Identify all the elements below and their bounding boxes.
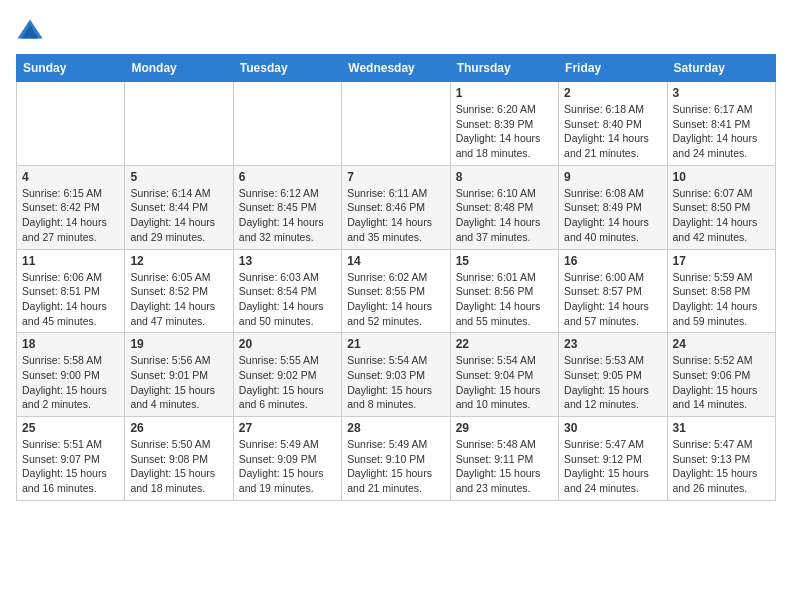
day-info: Sunrise: 5:47 AMSunset: 9:12 PMDaylight:…: [564, 437, 661, 496]
calendar-cell: 13Sunrise: 6:03 AMSunset: 8:54 PMDayligh…: [233, 249, 341, 333]
day-info: Sunrise: 6:07 AMSunset: 8:50 PMDaylight:…: [673, 186, 770, 245]
day-number: 1: [456, 86, 553, 100]
day-info: Sunrise: 5:50 AMSunset: 9:08 PMDaylight:…: [130, 437, 227, 496]
day-info: Sunrise: 5:49 AMSunset: 9:09 PMDaylight:…: [239, 437, 336, 496]
calendar-cell: 17Sunrise: 5:59 AMSunset: 8:58 PMDayligh…: [667, 249, 775, 333]
day-info: Sunrise: 6:18 AMSunset: 8:40 PMDaylight:…: [564, 102, 661, 161]
calendar-cell: 22Sunrise: 5:54 AMSunset: 9:04 PMDayligh…: [450, 333, 558, 417]
calendar-week-3: 11Sunrise: 6:06 AMSunset: 8:51 PMDayligh…: [17, 249, 776, 333]
day-number: 26: [130, 421, 227, 435]
calendar-cell: 2Sunrise: 6:18 AMSunset: 8:40 PMDaylight…: [559, 82, 667, 166]
day-number: 14: [347, 254, 444, 268]
day-number: 11: [22, 254, 119, 268]
day-number: 18: [22, 337, 119, 351]
day-number: 5: [130, 170, 227, 184]
day-info: Sunrise: 6:20 AMSunset: 8:39 PMDaylight:…: [456, 102, 553, 161]
day-number: 13: [239, 254, 336, 268]
day-number: 25: [22, 421, 119, 435]
logo: [16, 16, 48, 44]
calendar-cell: [125, 82, 233, 166]
weekday-header-monday: Monday: [125, 55, 233, 82]
calendar-week-5: 25Sunrise: 5:51 AMSunset: 9:07 PMDayligh…: [17, 417, 776, 501]
weekday-header-wednesday: Wednesday: [342, 55, 450, 82]
day-number: 16: [564, 254, 661, 268]
day-number: 31: [673, 421, 770, 435]
day-number: 20: [239, 337, 336, 351]
calendar-cell: 23Sunrise: 5:53 AMSunset: 9:05 PMDayligh…: [559, 333, 667, 417]
day-info: Sunrise: 6:05 AMSunset: 8:52 PMDaylight:…: [130, 270, 227, 329]
day-info: Sunrise: 6:00 AMSunset: 8:57 PMDaylight:…: [564, 270, 661, 329]
weekday-header-tuesday: Tuesday: [233, 55, 341, 82]
calendar-cell: 4Sunrise: 6:15 AMSunset: 8:42 PMDaylight…: [17, 165, 125, 249]
day-info: Sunrise: 6:14 AMSunset: 8:44 PMDaylight:…: [130, 186, 227, 245]
calendar-cell: 29Sunrise: 5:48 AMSunset: 9:11 PMDayligh…: [450, 417, 558, 501]
calendar-cell: 16Sunrise: 6:00 AMSunset: 8:57 PMDayligh…: [559, 249, 667, 333]
calendar-cell: [233, 82, 341, 166]
day-number: 27: [239, 421, 336, 435]
day-info: Sunrise: 5:54 AMSunset: 9:04 PMDaylight:…: [456, 353, 553, 412]
day-number: 24: [673, 337, 770, 351]
day-number: 2: [564, 86, 661, 100]
calendar-cell: 15Sunrise: 6:01 AMSunset: 8:56 PMDayligh…: [450, 249, 558, 333]
day-number: 19: [130, 337, 227, 351]
calendar-cell: [17, 82, 125, 166]
weekday-row: SundayMondayTuesdayWednesdayThursdayFrid…: [17, 55, 776, 82]
weekday-header-sunday: Sunday: [17, 55, 125, 82]
calendar-cell: 20Sunrise: 5:55 AMSunset: 9:02 PMDayligh…: [233, 333, 341, 417]
day-number: 8: [456, 170, 553, 184]
calendar-cell: 5Sunrise: 6:14 AMSunset: 8:44 PMDaylight…: [125, 165, 233, 249]
day-info: Sunrise: 5:51 AMSunset: 9:07 PMDaylight:…: [22, 437, 119, 496]
calendar-cell: 26Sunrise: 5:50 AMSunset: 9:08 PMDayligh…: [125, 417, 233, 501]
day-number: 15: [456, 254, 553, 268]
calendar-cell: 14Sunrise: 6:02 AMSunset: 8:55 PMDayligh…: [342, 249, 450, 333]
day-info: Sunrise: 5:47 AMSunset: 9:13 PMDaylight:…: [673, 437, 770, 496]
calendar-cell: 11Sunrise: 6:06 AMSunset: 8:51 PMDayligh…: [17, 249, 125, 333]
calendar-cell: 24Sunrise: 5:52 AMSunset: 9:06 PMDayligh…: [667, 333, 775, 417]
day-info: Sunrise: 5:56 AMSunset: 9:01 PMDaylight:…: [130, 353, 227, 412]
day-number: 10: [673, 170, 770, 184]
day-info: Sunrise: 6:02 AMSunset: 8:55 PMDaylight:…: [347, 270, 444, 329]
calendar-cell: 31Sunrise: 5:47 AMSunset: 9:13 PMDayligh…: [667, 417, 775, 501]
page-header: [16, 16, 776, 44]
calendar-cell: 18Sunrise: 5:58 AMSunset: 9:00 PMDayligh…: [17, 333, 125, 417]
day-number: 3: [673, 86, 770, 100]
day-info: Sunrise: 6:11 AMSunset: 8:46 PMDaylight:…: [347, 186, 444, 245]
day-info: Sunrise: 5:54 AMSunset: 9:03 PMDaylight:…: [347, 353, 444, 412]
day-info: Sunrise: 6:01 AMSunset: 8:56 PMDaylight:…: [456, 270, 553, 329]
calendar-cell: 3Sunrise: 6:17 AMSunset: 8:41 PMDaylight…: [667, 82, 775, 166]
day-info: Sunrise: 6:12 AMSunset: 8:45 PMDaylight:…: [239, 186, 336, 245]
day-number: 7: [347, 170, 444, 184]
day-number: 22: [456, 337, 553, 351]
calendar-cell: 6Sunrise: 6:12 AMSunset: 8:45 PMDaylight…: [233, 165, 341, 249]
weekday-header-saturday: Saturday: [667, 55, 775, 82]
day-number: 23: [564, 337, 661, 351]
day-info: Sunrise: 5:58 AMSunset: 9:00 PMDaylight:…: [22, 353, 119, 412]
day-info: Sunrise: 6:03 AMSunset: 8:54 PMDaylight:…: [239, 270, 336, 329]
day-number: 28: [347, 421, 444, 435]
calendar-week-2: 4Sunrise: 6:15 AMSunset: 8:42 PMDaylight…: [17, 165, 776, 249]
day-info: Sunrise: 5:48 AMSunset: 9:11 PMDaylight:…: [456, 437, 553, 496]
calendar-week-4: 18Sunrise: 5:58 AMSunset: 9:00 PMDayligh…: [17, 333, 776, 417]
calendar-cell: 25Sunrise: 5:51 AMSunset: 9:07 PMDayligh…: [17, 417, 125, 501]
day-info: Sunrise: 6:08 AMSunset: 8:49 PMDaylight:…: [564, 186, 661, 245]
calendar-header: SundayMondayTuesdayWednesdayThursdayFrid…: [17, 55, 776, 82]
calendar-cell: 8Sunrise: 6:10 AMSunset: 8:48 PMDaylight…: [450, 165, 558, 249]
day-number: 4: [22, 170, 119, 184]
calendar-cell: 27Sunrise: 5:49 AMSunset: 9:09 PMDayligh…: [233, 417, 341, 501]
day-info: Sunrise: 6:10 AMSunset: 8:48 PMDaylight:…: [456, 186, 553, 245]
calendar-week-1: 1Sunrise: 6:20 AMSunset: 8:39 PMDaylight…: [17, 82, 776, 166]
logo-icon: [16, 16, 44, 44]
calendar-table: SundayMondayTuesdayWednesdayThursdayFrid…: [16, 54, 776, 501]
day-info: Sunrise: 5:55 AMSunset: 9:02 PMDaylight:…: [239, 353, 336, 412]
calendar-cell: 12Sunrise: 6:05 AMSunset: 8:52 PMDayligh…: [125, 249, 233, 333]
day-info: Sunrise: 6:17 AMSunset: 8:41 PMDaylight:…: [673, 102, 770, 161]
day-number: 17: [673, 254, 770, 268]
day-info: Sunrise: 5:52 AMSunset: 9:06 PMDaylight:…: [673, 353, 770, 412]
weekday-header-friday: Friday: [559, 55, 667, 82]
day-info: Sunrise: 5:59 AMSunset: 8:58 PMDaylight:…: [673, 270, 770, 329]
calendar-cell: 19Sunrise: 5:56 AMSunset: 9:01 PMDayligh…: [125, 333, 233, 417]
day-info: Sunrise: 6:15 AMSunset: 8:42 PMDaylight:…: [22, 186, 119, 245]
calendar-cell: 10Sunrise: 6:07 AMSunset: 8:50 PMDayligh…: [667, 165, 775, 249]
day-number: 29: [456, 421, 553, 435]
day-info: Sunrise: 5:49 AMSunset: 9:10 PMDaylight:…: [347, 437, 444, 496]
